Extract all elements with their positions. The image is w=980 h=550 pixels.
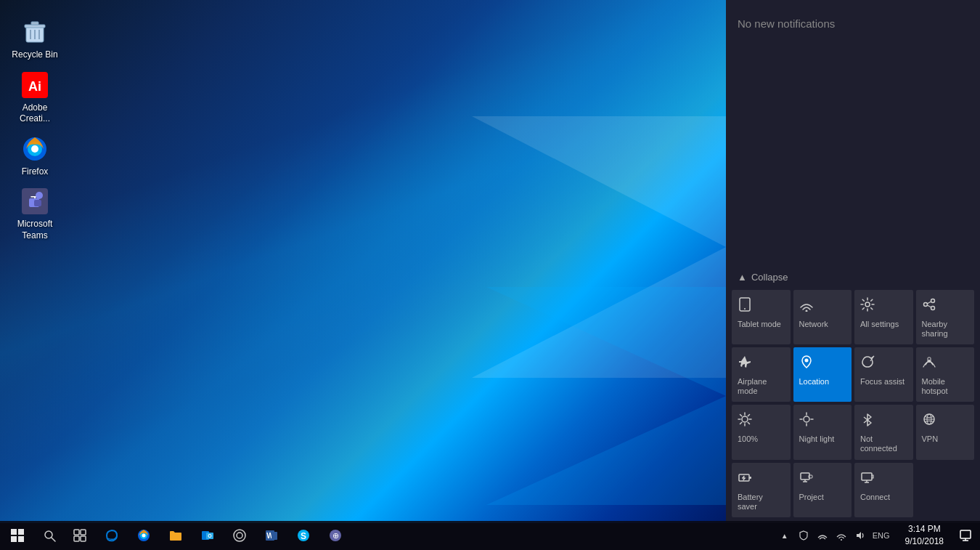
tray-language[interactable]: ENG — [870, 521, 892, 550]
tray-chevron[interactable]: ▲ — [776, 521, 793, 550]
word-button[interactable]: W — [256, 521, 287, 550]
airplane-mode-icon — [738, 355, 752, 373]
quick-actions-grid: Tablet mode Network All settings — [726, 287, 980, 524]
svg-point-21 — [931, 299, 934, 302]
svg-rect-77 — [271, 532, 277, 540]
search-button[interactable] — [35, 521, 64, 550]
svg-point-17 — [744, 308, 746, 310]
qa-focus-assist[interactable]: Focus assist — [854, 347, 913, 402]
svg-point-22 — [931, 306, 934, 310]
svg-text:⊕: ⊕ — [332, 531, 339, 540]
qa-nearby-sharing[interactable]: Nearby sharing — [916, 290, 975, 344]
svg-rect-65 — [74, 536, 79, 541]
qa-all-settings[interactable]: All settings — [854, 290, 913, 344]
qa-brightness[interactable]: 100% — [732, 405, 791, 459]
svg-point-20 — [923, 302, 927, 306]
collapse-label: Collapse — [751, 272, 788, 283]
clock-time: 3:14 PM — [908, 523, 941, 535]
qa-tablet-mode[interactable]: Tablet mode — [732, 290, 791, 344]
svg-point-74 — [237, 533, 242, 538]
svg-point-18 — [805, 310, 807, 312]
app-button[interactable]: ⊕ — [319, 521, 351, 550]
connect-icon — [860, 470, 875, 488]
night-light-label: Night light — [799, 434, 835, 444]
cortana-button[interactable] — [224, 521, 256, 550]
desktop-icon-firefox[interactable]: Firefox — [7, 132, 62, 181]
svg-rect-1 — [25, 25, 45, 28]
svg-rect-59 — [11, 536, 17, 542]
task-view-button[interactable] — [64, 521, 96, 550]
outlook-button[interactable]: O — [192, 521, 224, 550]
tablet-mode-label: Tablet mode — [738, 320, 781, 329]
all-settings-icon — [860, 297, 875, 315]
qa-network[interactable]: Network — [793, 290, 852, 344]
project-icon — [799, 470, 814, 488]
ms-teams-icon: T — [20, 187, 49, 216]
nearby-sharing-label: Nearby sharing — [922, 320, 969, 339]
tray-volume-icon[interactable] — [852, 521, 869, 550]
adobe-cc-label: Adobe Creati... — [10, 102, 60, 125]
desktop-icon-ms-teams[interactable]: T Microsoft Teams — [7, 184, 62, 244]
qa-vpn[interactable]: VPN — [916, 405, 975, 459]
desktop: Recycle Bin Ai Adobe Creati... — [0, 0, 726, 523]
svg-rect-58 — [18, 529, 24, 535]
firefox-taskbar-button[interactable] — [128, 521, 160, 550]
mobile-hotspot-icon — [922, 355, 936, 373]
desktop-icon-recycle-bin[interactable]: Recycle Bin — [7, 15, 62, 64]
svg-text:Ai: Ai — [28, 79, 41, 94]
location-icon — [799, 355, 814, 373]
network-icon — [799, 297, 814, 315]
bluetooth-icon — [860, 412, 875, 430]
action-center-button[interactable] — [951, 521, 980, 550]
brightness-icon — [738, 412, 752, 430]
qa-mobile-hotspot[interactable]: Mobile hotspot — [916, 347, 975, 402]
start-button[interactable] — [0, 521, 35, 550]
vpn-label: VPN — [922, 434, 939, 444]
file-explorer-button[interactable] — [160, 521, 192, 550]
taskbar: O W S ⊕ ▲ ENG 3:14 PM 9/10/2018 — [0, 521, 980, 550]
svg-text:S: S — [301, 531, 306, 541]
all-settings-label: All settings — [860, 320, 899, 329]
connect-label: Connect — [860, 493, 890, 502]
svg-point-28 — [742, 416, 748, 422]
qa-airplane-mode[interactable]: Airplane mode — [732, 347, 791, 402]
focus-assist-icon — [860, 355, 875, 373]
qa-night-light[interactable]: Night light — [793, 405, 852, 459]
svg-rect-83 — [960, 530, 971, 538]
nearby-sharing-icon — [922, 297, 936, 315]
svg-rect-50 — [801, 473, 809, 480]
adobe-cc-icon: Ai — [20, 70, 49, 100]
recycle-bin-label: Recycle Bin — [12, 49, 57, 61]
qa-bluetooth[interactable]: Not connected — [854, 405, 913, 459]
desktop-icon-adobe-cc[interactable]: Ai Adobe Creati... — [7, 68, 62, 128]
skype-button[interactable]: S — [287, 521, 319, 550]
svg-point-73 — [234, 530, 245, 541]
clock-date: 9/10/2018 — [905, 535, 944, 548]
svg-rect-2 — [31, 22, 38, 25]
svg-text:O: O — [208, 533, 212, 538]
action-center-panel: No new notifications ▲ Collapse Tablet m… — [726, 0, 980, 523]
no-notifications-text: No new notifications — [738, 17, 968, 30]
svg-rect-60 — [18, 536, 24, 542]
svg-rect-66 — [81, 536, 86, 541]
tray-network-icon[interactable] — [814, 521, 831, 550]
qa-project[interactable]: Project — [793, 463, 852, 517]
svg-point-37 — [804, 416, 809, 422]
tray-shield-icon[interactable] — [795, 521, 812, 550]
desktop-icons: Recycle Bin Ai Adobe Creati... — [0, 7, 70, 252]
edge-button[interactable] — [96, 521, 128, 550]
qa-battery-saver[interactable]: Battery saver — [732, 463, 791, 517]
tablet-mode-icon — [738, 297, 752, 315]
qa-location[interactable]: Location — [793, 347, 852, 402]
svg-rect-64 — [81, 530, 86, 535]
svg-rect-46 — [749, 477, 751, 479]
project-label: Project — [799, 493, 824, 502]
system-tray: ▲ ENG — [770, 521, 898, 550]
tray-wifi-icon[interactable] — [833, 521, 850, 550]
night-light-icon — [799, 412, 814, 430]
vpn-icon — [922, 412, 936, 430]
battery-saver-label: Battery saver — [738, 493, 785, 511]
collapse-button[interactable]: ▲ Collapse — [726, 267, 980, 287]
qa-connect[interactable]: Connect — [854, 463, 913, 517]
system-clock[interactable]: 3:14 PM 9/10/2018 — [898, 521, 951, 550]
